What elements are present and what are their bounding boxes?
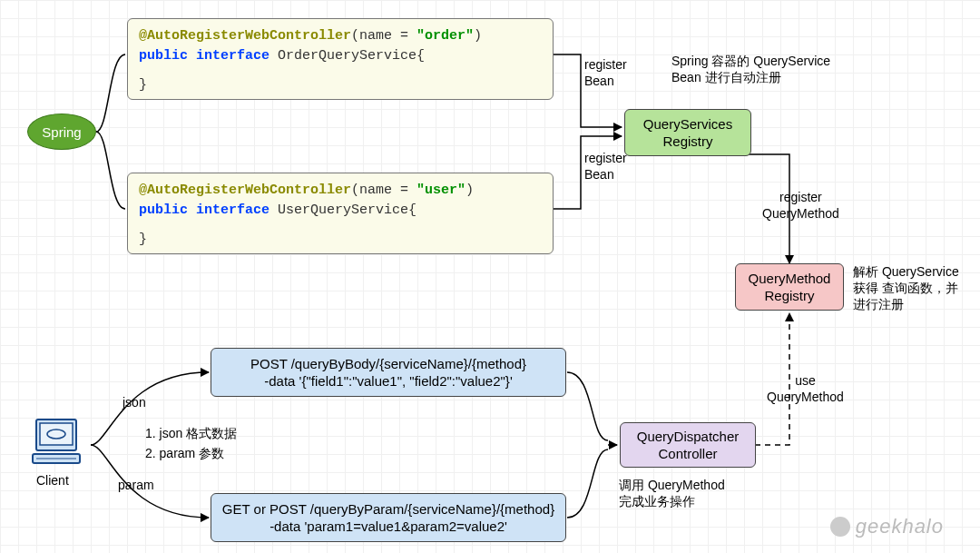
querymethod-registry-node: QueryMethod Registry xyxy=(735,263,844,311)
spring-label: Spring xyxy=(42,124,81,140)
spring-node: Spring xyxy=(27,114,96,150)
edge-register-bean-top: register Bean xyxy=(584,56,627,89)
code-user: @AutoRegisterWebController(name = "user"… xyxy=(127,173,554,254)
client-note-1: 1. json 格式数据 xyxy=(145,425,237,441)
svg-rect-1 xyxy=(40,423,73,445)
edge-json: json xyxy=(122,394,146,410)
watermark: geekhalo xyxy=(830,515,944,538)
qsr-note: Spring 容器的 QueryService Bean 进行自动注册 xyxy=(671,53,830,85)
client-icon xyxy=(31,416,82,469)
post-body-node: POST /queryByBody/{serviceName}/{method}… xyxy=(211,348,566,397)
get-param-node: GET or POST /queryByParam/{serviceName}/… xyxy=(211,493,566,542)
edge-register-bean-bot: register Bean xyxy=(584,150,627,183)
client-note-2: 2. param 参数 xyxy=(145,445,224,461)
client-label: Client xyxy=(36,472,69,489)
edge-register-qm: register QueryMethod xyxy=(762,189,839,222)
qmr-note: 解析 QueryService 获得 查询函数，并 进行注册 xyxy=(853,263,959,313)
querydispatcher-controller-node: QueryDispatcher Controller xyxy=(620,422,756,468)
wechat-icon xyxy=(830,517,850,537)
edge-use-qm: use QueryMethod xyxy=(767,372,844,405)
dispatcher-note: 调用 QueryMethod 完成业务操作 xyxy=(619,477,725,509)
edge-param: param xyxy=(118,477,154,493)
code-order: @AutoRegisterWebController(name = "order… xyxy=(127,18,554,100)
queryservices-registry-node: QueryServices Registry xyxy=(624,109,751,156)
